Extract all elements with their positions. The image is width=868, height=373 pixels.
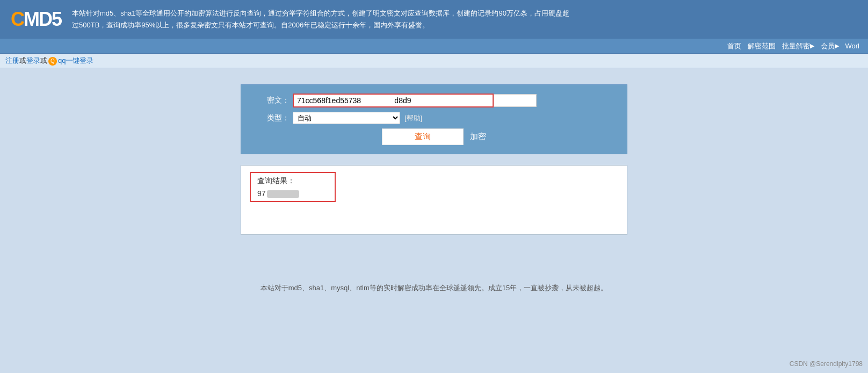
nav-world[interactable]: Worl [845,42,859,50]
result-highlight-box: 查询结果： 97 [250,172,336,202]
header-description: 本站针对md5、sha1等全球通用公开的加密算法进行反向查询，通过穷举字符组合的… [72,8,857,31]
cipher-extra-input[interactable] [494,94,537,107]
nav-home[interactable]: 首页 [727,41,741,51]
or2: 或 [40,56,47,64]
footer: 本站对于md5、sha1、mysql、ntlm等的实时解密成功率在全球遥遥领先。… [0,283,868,298]
register-link[interactable]: 注册 [5,56,19,64]
cipher-input[interactable] [294,95,493,106]
cipher-wrapper [293,94,494,107]
nav-batch-decrypt[interactable]: 批量解密 [782,41,810,51]
qq-login-link[interactable]: qq一键登录 [58,56,93,64]
button-row: 查询 加密 [257,128,611,145]
login-link[interactable]: 登录 [26,56,40,64]
type-row: 类型： 自动 md5 sha1 sha256 mysql ntlm [帮助] [257,112,611,124]
help-link[interactable]: [帮助] [404,113,422,123]
logo: CMD5 [11,8,61,31]
result-blurred [267,190,299,198]
header-desc-line1: 本站针对md5、sha1等全球通用公开的加密算法进行反向查询，通过穷举字符组合的… [72,8,857,19]
footer-text: 本站对于md5、sha1、mysql、ntlm等的实时解密成功率在全球遥遥领先。… [261,284,607,292]
batch-arrow: ▶ [810,42,814,49]
nav-decrypt-range[interactable]: 解密范围 [748,41,776,51]
cipher-label: 密文： [257,96,290,105]
authbar: 注册或登录或Qqq一键登录 [0,54,868,68]
qq-icon: Q [48,57,57,66]
or1: 或 [19,56,26,64]
query-button[interactable]: 查询 [382,128,464,145]
navbar: 首页 解密范围 批量解密▶ 会员▶ Worl [0,39,868,54]
main-content: 密文： 类型： 自动 md5 sha1 sha256 mysql ntlm [帮… [0,68,868,251]
header: CMD5 本站针对md5、sha1等全球通用公开的加密算法进行反向查询，通过穷举… [0,0,868,39]
cipher-row: 密文： [257,94,611,107]
watermark-text: CSDN @Serendipity1798 [790,360,863,368]
result-label: 查询结果： [257,176,328,186]
type-select[interactable]: 自动 md5 sha1 sha256 mysql ntlm [293,112,400,124]
member-arrow: ▶ [835,42,839,49]
header-desc-line2: 过500TB，查询成功率95%以上，很多复杂密文只有本站才可查询。自2006年已… [72,19,857,31]
nav-member[interactable]: 会员 [821,41,835,51]
search-panel: 密文： 类型： 自动 md5 sha1 sha256 mysql ntlm [帮… [241,84,627,154]
logo-md5: MD5 [24,8,61,30]
result-area: 查询结果： 97 [241,165,627,235]
watermark: CSDN @Serendipity1798 [790,360,863,368]
logo-c: C [11,8,24,30]
logo-area: CMD5 [11,8,61,31]
encrypt-button[interactable]: 加密 [470,132,486,142]
type-label: 类型： [257,113,290,123]
result-value-prefix: 97 [257,189,266,198]
result-value: 97 [257,189,328,198]
